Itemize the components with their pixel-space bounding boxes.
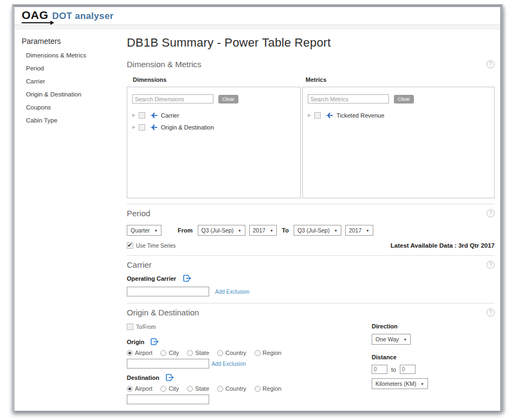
from-quarter-select[interactable]: Q3 (Jul-Sep) ▼: [198, 225, 245, 236]
radio-button: [187, 386, 193, 392]
help-icon[interactable]: ?: [487, 308, 495, 316]
destination-radio-airport[interactable]: Airport: [127, 385, 152, 392]
help-icon[interactable]: ?: [487, 209, 495, 217]
origin-radio-region[interactable]: Region: [255, 350, 282, 356]
latest-available-data: Latest Available Data : 3rd Qtr 2017: [391, 242, 495, 249]
use-time-series-label: Use Time Series: [136, 243, 176, 249]
clear-metrics-button[interactable]: Clear: [394, 95, 414, 104]
expand-arrow-icon[interactable]: ▶: [308, 113, 314, 118]
app-window: OAG DOT analyser Parameters Dimensions &…: [12, 4, 503, 411]
from-year-select[interactable]: 2017 ▼: [249, 225, 277, 236]
sidebar: Parameters Dimensions & Metrics Period C…: [15, 29, 127, 404]
section-period-header: Period ?: [127, 209, 495, 218]
period-granularity-value: Quarter: [131, 227, 150, 234]
tree-item-ticketed-revenue[interactable]: ▶ Ticketed Revenue: [308, 111, 489, 120]
tree-item-label[interactable]: Carrier: [161, 112, 179, 119]
chevron-down-icon: ▼: [366, 229, 369, 232]
to-quarter-value: Q3 (Jul-Sep): [297, 227, 330, 234]
origin-location-type-radios: Airport City State Country Region: [127, 350, 372, 356]
search-metrics-input[interactable]: [308, 94, 389, 104]
sidebar-item-dimensions-metrics[interactable]: Dimensions & Metrics: [15, 52, 127, 59]
search-dimensions-input[interactable]: [132, 94, 213, 104]
use-time-series-checkbox[interactable]: ✔: [127, 242, 133, 249]
sidebar-item-carrier[interactable]: Carrier: [15, 78, 127, 85]
export-icon[interactable]: [183, 275, 192, 282]
header-divider-strip: [15, 25, 500, 29]
ticketed-revenue-checkbox[interactable]: [314, 112, 321, 119]
origin-radio-airport[interactable]: Airport: [127, 350, 152, 356]
section-origin-destination-header: Origin & Destination ?: [127, 308, 495, 317]
tree-item-origin-destination[interactable]: ▶ Origin & Destination: [132, 122, 295, 132]
chevron-down-icon: ▼: [420, 382, 424, 386]
clear-dimensions-button[interactable]: Clear: [218, 95, 238, 104]
app-header: OAG DOT analyser: [15, 7, 500, 25]
app-logo[interactable]: OAG DOT analyser: [22, 9, 114, 23]
use-time-series-toggle[interactable]: ✔ Use Time Series: [127, 242, 176, 249]
expand-arrow-icon[interactable]: ▶: [132, 125, 139, 130]
sidebar-item-cabin-type[interactable]: Cabin Type: [15, 117, 127, 124]
metrics-tree: ▶ Ticketed Revenue: [308, 111, 489, 120]
origin-destination-checkbox[interactable]: [139, 124, 145, 131]
destination-input[interactable]: [127, 395, 209, 404]
distance-to-input[interactable]: [400, 365, 416, 374]
operating-carrier-input-row: Add Exclusion: [127, 287, 495, 296]
origin-radio-state[interactable]: State: [187, 350, 209, 356]
distance-from-input[interactable]: [372, 365, 387, 374]
sidebar-item-period[interactable]: Period: [15, 65, 127, 72]
radio-button: [160, 350, 166, 356]
to-year-select[interactable]: 2017 ▼: [345, 225, 373, 236]
to-from-toggle[interactable]: To/From: [127, 324, 156, 330]
export-icon[interactable]: [151, 338, 159, 345]
chevron-down-icon: ▼: [238, 229, 241, 232]
section-divider: [127, 255, 495, 256]
to-from-checkbox[interactable]: [127, 324, 133, 330]
distance-unit-select[interactable]: Kilometers (KM) ▼: [372, 378, 428, 389]
check-icon: ✔: [127, 242, 132, 248]
dimension-metrics-panels: Clear ▶ Carrier ▶: [127, 87, 495, 198]
operating-carrier-label: Operating Carrier: [127, 275, 176, 282]
period-granularity-select[interactable]: Quarter ▼: [127, 225, 161, 236]
origin-radio-country[interactable]: Country: [217, 350, 247, 356]
direction-value: One Way: [375, 336, 399, 343]
help-icon[interactable]: ?: [487, 261, 495, 269]
radio-button: [160, 386, 166, 392]
tree-item-label[interactable]: Ticketed Revenue: [336, 112, 384, 119]
origin-add-exclusion-link[interactable]: Add Exclusion: [211, 361, 245, 367]
from-label: From: [178, 227, 193, 234]
help-icon[interactable]: ?: [487, 60, 495, 68]
direction-select[interactable]: One Way ▼: [372, 334, 411, 345]
destination-label-row: Destination: [127, 374, 372, 381]
operating-carrier-input[interactable]: [127, 287, 209, 296]
destination-radio-country[interactable]: Country: [217, 385, 247, 392]
dimensions-search-row: Clear: [132, 94, 295, 104]
origin-input[interactable]: [127, 359, 209, 369]
from-quarter-value: Q3 (Jul-Sep): [202, 227, 234, 234]
radio-button: [255, 386, 261, 392]
chevron-down-icon: ▼: [334, 229, 337, 232]
export-icon[interactable]: [166, 374, 174, 381]
radio-button-selected: [127, 386, 133, 392]
expand-arrow-icon[interactable]: ▶: [132, 113, 139, 118]
plane-icon: [325, 112, 333, 119]
main-content: DB1B Summary - Power Table Report Dimens…: [127, 29, 500, 404]
section-dimension-metrics-header: Dimension & Metrics ?: [127, 60, 495, 69]
carrier-add-exclusion-link[interactable]: Add Exclusion: [215, 289, 249, 295]
direction-label: Direction: [372, 323, 495, 329]
destination-radio-city[interactable]: City: [160, 385, 179, 392]
section-title-origin-destination: Origin & Destination: [127, 308, 199, 317]
origin-radio-city[interactable]: City: [160, 350, 179, 356]
section-divider: [127, 204, 495, 204]
origin-label-row: Origin: [127, 338, 372, 345]
sidebar-item-coupons[interactable]: Coupons: [15, 104, 127, 111]
distance-inputs-row: to: [372, 365, 495, 374]
panel-labels-row: Dimensions Metrics: [127, 76, 495, 83]
section-divider: [127, 303, 495, 303]
tree-item-label[interactable]: Origin & Destination: [161, 124, 214, 131]
tree-item-carrier[interactable]: ▶ Carrier: [132, 111, 295, 120]
to-quarter-select[interactable]: Q3 (Jul-Sep) ▼: [294, 225, 341, 236]
destination-radio-region[interactable]: Region: [255, 385, 282, 392]
destination-radio-state[interactable]: State: [187, 385, 209, 392]
sidebar-item-origin-destination[interactable]: Origin & Destination: [15, 91, 127, 98]
plane-icon: [150, 112, 158, 119]
carrier-checkbox[interactable]: [139, 112, 145, 119]
